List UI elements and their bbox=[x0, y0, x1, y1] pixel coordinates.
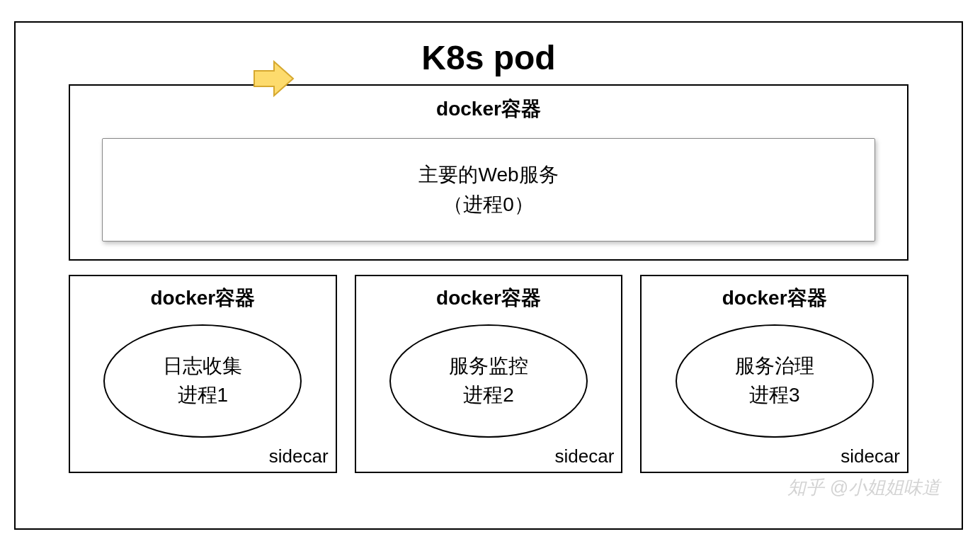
sidecar1-line2: 进程1 bbox=[178, 381, 229, 410]
sidecar-container-3: docker容器 服务治理 进程3 sidecar bbox=[640, 275, 908, 473]
k8s-pod-box: K8s pod docker容器 主要的Web服务 （进程0） docker容器… bbox=[14, 21, 963, 530]
sidecar-title-3: docker容器 bbox=[649, 285, 900, 312]
ellipse-wrap-1: 日志收集 进程1 bbox=[77, 324, 329, 438]
sidecar-title-2: docker容器 bbox=[363, 285, 615, 312]
web-service-box: 主要的Web服务 （进程0） bbox=[102, 138, 875, 242]
sidecar3-line1: 服务治理 bbox=[735, 352, 814, 381]
sidecar-ellipse-3: 服务治理 进程3 bbox=[676, 324, 874, 438]
sidecar-label-2: sidecar bbox=[555, 445, 615, 467]
sidecar-container-2: docker容器 服务监控 进程2 sidecar bbox=[355, 275, 623, 473]
web-service-line2: （进程0） bbox=[110, 190, 867, 220]
arrow-right-icon bbox=[253, 59, 295, 98]
sidecar-ellipse-2: 服务监控 进程2 bbox=[389, 324, 588, 438]
sidecar-ellipse-1: 日志收集 进程1 bbox=[103, 324, 302, 438]
sidecar2-line1: 服务监控 bbox=[449, 352, 528, 381]
sidecar-container-1: docker容器 日志收集 进程1 sidecar bbox=[69, 275, 337, 473]
main-docker-container: docker容器 主要的Web服务 （进程0） bbox=[69, 84, 908, 261]
pod-title: K8s pod bbox=[69, 38, 908, 77]
sidecar-label-1: sidecar bbox=[269, 445, 329, 467]
main-container-title: docker容器 bbox=[102, 96, 875, 123]
sidecar-title-1: docker容器 bbox=[77, 285, 329, 312]
svg-marker-0 bbox=[254, 62, 293, 96]
web-service-line1: 主要的Web服务 bbox=[110, 160, 867, 190]
watermark-text: 知乎 @小姐姐味道 bbox=[787, 475, 940, 500]
ellipse-wrap-3: 服务治理 进程3 bbox=[649, 324, 900, 438]
sidecar3-line2: 进程3 bbox=[749, 381, 800, 410]
ellipse-wrap-2: 服务监控 进程2 bbox=[363, 324, 615, 438]
sidecars-row: docker容器 日志收集 进程1 sidecar docker容器 服务监控 … bbox=[69, 275, 908, 473]
sidecar-label-3: sidecar bbox=[841, 445, 900, 467]
sidecar2-line2: 进程2 bbox=[463, 381, 514, 410]
sidecar1-line1: 日志收集 bbox=[163, 352, 242, 381]
